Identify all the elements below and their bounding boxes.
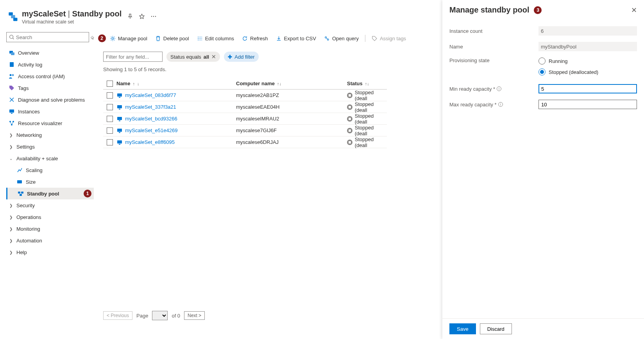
vm-icon [116, 116, 123, 122]
open-query-button[interactable]: Open query [320, 32, 363, 45]
sidebar-item-security[interactable]: ❯ Security [6, 199, 94, 211]
toolbar-divider [365, 35, 365, 42]
edit-columns-button[interactable]: Edit columns [193, 32, 238, 45]
chevron-right-icon: ❯ [9, 203, 13, 208]
table-row: myScaleSet_e8ff6095myscalese6DRJAJStoppe… [103, 136, 387, 148]
radio-running[interactable]: Running [538, 57, 637, 65]
instance-link[interactable]: myScaleSet_bcd93266 [125, 116, 177, 122]
status-cell: Stopped (deall [347, 136, 387, 148]
vm-icon [116, 92, 123, 99]
chevron-right-icon: ❯ [9, 133, 13, 137]
sidebar-item-overview[interactable]: Overview [6, 47, 94, 59]
row-checkbox[interactable] [107, 127, 113, 134]
status-cell: Stopped (deall [347, 90, 387, 101]
panel-title: Manage standby pool 3 [449, 5, 631, 14]
instance-link[interactable]: myScaleSet_337f3a21 [125, 104, 176, 110]
pager: < Previous Page of 0 Next > [103, 311, 205, 320]
scroll-left-icon[interactable]: « [91, 36, 94, 41]
svg-rect-25 [119, 97, 120, 98]
favorite-icon[interactable] [139, 13, 145, 21]
sidebar-item-tags[interactable]: Tags [6, 82, 94, 94]
instance-link[interactable]: myScaleSet_e8ff6095 [125, 139, 175, 145]
next-page-button[interactable]: Next > [184, 311, 205, 320]
sidebar-item-automation[interactable]: ❯ Automation [6, 235, 94, 246]
sidebar-item-instances[interactable]: Instances [6, 106, 94, 117]
sidebar-item-iam[interactable]: Access control (IAM) [6, 70, 94, 82]
row-checkbox[interactable] [107, 104, 113, 110]
tags-icon [9, 85, 15, 91]
max-ready-input[interactable] [538, 100, 637, 109]
add-filter-button[interactable]: ✚ Add filter [224, 52, 258, 62]
page-select[interactable] [152, 311, 168, 320]
row-checkbox[interactable] [107, 92, 113, 99]
columns-icon [197, 36, 203, 41]
svg-point-6 [10, 35, 13, 39]
sidebar-item-activity-log[interactable]: Activity log [6, 59, 94, 70]
svg-rect-9 [10, 62, 14, 67]
page-label: Page [136, 313, 148, 319]
svg-rect-13 [11, 113, 13, 114]
remove-filter-icon[interactable]: ✕ [211, 54, 216, 59]
sidebar-item-help[interactable]: ❯ Help [6, 246, 94, 258]
sidebar-item-scaling[interactable]: Scaling [6, 164, 94, 176]
chevron-right-icon: ❯ [9, 250, 13, 255]
computer-name-cell: myscaleseEAE04H [236, 104, 347, 110]
col-computer-name[interactable]: Computer name↑↓ [236, 81, 347, 86]
min-ready-input[interactable] [538, 84, 637, 93]
sidebar-search[interactable] [6, 32, 89, 42]
radio-stopped[interactable]: Stopped (deallocated) [538, 68, 637, 75]
vm-icon [116, 104, 123, 110]
resource-type-subtitle: Virtual machine scale set [22, 19, 122, 25]
computer-name-cell: myscalese7GIJ6F [236, 127, 347, 133]
svg-rect-12 [9, 109, 14, 113]
instance-link[interactable]: myScaleSet_083d6f77 [125, 92, 176, 98]
delete-pool-button[interactable]: Delete pool [151, 32, 193, 45]
save-button[interactable]: Save [449, 323, 476, 334]
sidebar-item-standby-pool[interactable]: Standby pool 1 [6, 188, 94, 199]
svg-rect-8 [11, 52, 14, 55]
close-panel-icon[interactable]: ✕ [631, 6, 637, 14]
search-input[interactable] [16, 34, 86, 40]
sort-asc-icon: ↑ [132, 81, 135, 86]
name-label: Name [449, 44, 538, 50]
svg-rect-30 [117, 129, 122, 132]
sidebar-item-availability[interactable]: ⌄ Availability + scale [6, 152, 94, 164]
svg-rect-20 [20, 194, 22, 196]
sidebar-item-size[interactable]: Size [6, 176, 94, 188]
activity-log-icon [9, 61, 15, 68]
sidebar-item-operations[interactable]: ❯ Operations [6, 211, 94, 223]
discard-button[interactable]: Discard [480, 323, 512, 334]
sort-icon: ↑↓ [365, 81, 369, 86]
select-all-checkbox[interactable] [107, 81, 113, 87]
tag-icon [372, 36, 377, 41]
search-icon [9, 34, 14, 40]
export-csv-button[interactable]: Export to CSV [272, 32, 320, 45]
row-checkbox[interactable] [107, 116, 113, 122]
col-name[interactable]: Name↑↓ [116, 81, 236, 86]
row-checkbox[interactable] [107, 139, 113, 145]
table-row: myScaleSet_e51e4269myscalese7GIJ6FStoppe… [103, 125, 387, 136]
filter-input[interactable] [103, 52, 163, 62]
instance-link[interactable]: myScaleSet_e51e4269 [125, 127, 177, 133]
sidebar-item-resource-visualizer[interactable]: Resource visualizer [6, 117, 94, 129]
assign-tags-button: Assign tags [368, 32, 410, 45]
query-icon [324, 36, 330, 41]
sidebar-item-monitoring[interactable]: ❯ Monitoring [6, 223, 94, 235]
refresh-button[interactable]: Refresh [238, 32, 272, 45]
more-icon[interactable] [150, 13, 157, 21]
table-row: myScaleSet_083d6f77myscalese2AB1PZStoppe… [103, 90, 387, 101]
plus-icon: ✚ [228, 54, 232, 60]
sidebar-item-diagnose[interactable]: Diagnose and solve problems [6, 94, 94, 106]
sidebar-item-settings[interactable]: ❯ Settings [6, 141, 94, 152]
table-row: myScaleSet_bcd93266myscaleseIMRAU2Stoppe… [103, 113, 387, 125]
pin-icon[interactable] [127, 13, 133, 21]
status-filter-pill[interactable]: Status equals all ✕ [166, 52, 220, 62]
manage-pool-button[interactable]: Manage pool [106, 32, 151, 45]
refresh-icon [242, 36, 248, 41]
col-status[interactable]: Status↑↓ [347, 81, 387, 86]
info-icon[interactable]: i [498, 102, 503, 107]
sidebar-item-networking[interactable]: ❯ Networking [6, 129, 94, 141]
info-icon[interactable]: i [497, 86, 501, 91]
size-icon [16, 179, 23, 185]
standby-pool-icon [18, 190, 24, 197]
